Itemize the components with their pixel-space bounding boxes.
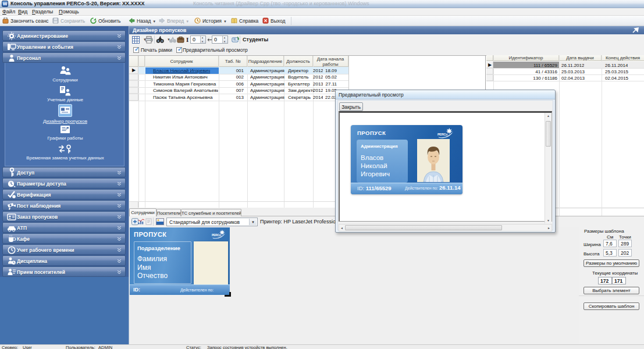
svg-text:PERCo: PERCo	[212, 233, 221, 237]
svg-text:PERCo: PERCo	[437, 133, 448, 136]
